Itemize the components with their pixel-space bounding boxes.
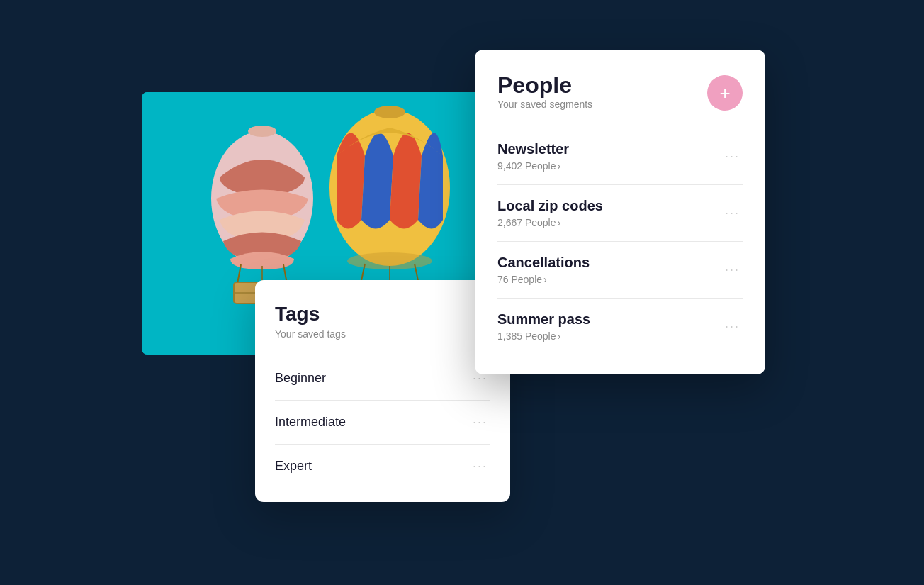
- tag-dots-intermediate[interactable]: ···: [470, 412, 490, 433]
- people-card: People Your saved segments + Newsletter …: [475, 50, 765, 374]
- chevron-local-zip: ›: [558, 217, 561, 228]
- tag-label-expert: Expert: [275, 459, 312, 474]
- segment-name-local-zip: Local zip codes: [497, 198, 722, 214]
- segment-count-summer-pass[interactable]: 1,385 People›: [497, 330, 722, 342]
- segment-name-summer-pass: Summer pass: [497, 311, 722, 328]
- chevron-cancellations: ›: [543, 274, 547, 285]
- tag-label-beginner: Beginner: [275, 371, 326, 386]
- tags-title: Tags: [275, 303, 490, 325]
- chevron-newsletter: ›: [558, 160, 561, 172]
- segment-name-cancellations: Cancellations: [497, 255, 722, 271]
- svg-point-13: [374, 106, 405, 118]
- tag-item-beginner[interactable]: Beginner ···: [275, 357, 490, 401]
- segment-item-newsletter[interactable]: Newsletter 9,402 People› ···: [497, 128, 743, 185]
- people-subtitle: Your saved segments: [497, 99, 592, 110]
- tag-item-intermediate[interactable]: Intermediate ···: [275, 401, 490, 445]
- segment-dots-local-zip[interactable]: ···: [722, 203, 743, 223]
- tag-item-expert[interactable]: Expert ···: [275, 445, 490, 488]
- segment-info-local-zip: Local zip codes 2,667 People›: [497, 198, 722, 228]
- segment-count-local-zip[interactable]: 2,667 People›: [497, 217, 722, 228]
- segment-item-local-zip[interactable]: Local zip codes 2,667 People› ···: [497, 185, 743, 242]
- segment-name-newsletter: Newsletter: [497, 141, 722, 157]
- plus-icon: +: [719, 84, 730, 102]
- tags-subtitle: Your saved tags: [275, 328, 490, 340]
- chevron-summer-pass: ›: [558, 330, 561, 342]
- tag-dots-expert[interactable]: ···: [470, 456, 490, 477]
- segment-count-newsletter[interactable]: 9,402 People›: [497, 160, 722, 172]
- segment-count-cancellations[interactable]: 76 People›: [497, 274, 722, 285]
- add-segment-button[interactable]: +: [707, 75, 743, 111]
- people-card-header: People Your saved segments +: [497, 72, 743, 124]
- segment-dots-cancellations[interactable]: ···: [722, 260, 743, 280]
- people-title: People: [497, 72, 592, 99]
- segment-info-cancellations: Cancellations 76 People›: [497, 255, 722, 285]
- people-title-group: People Your saved segments: [497, 72, 592, 124]
- tags-card: Tags Your saved tags Beginner ··· Interm…: [255, 280, 510, 502]
- segment-info-newsletter: Newsletter 9,402 People›: [497, 141, 722, 172]
- segment-item-cancellations[interactable]: Cancellations 76 People› ···: [497, 242, 743, 299]
- segment-item-summer-pass[interactable]: Summer pass 1,385 People› ···: [497, 299, 743, 355]
- segment-dots-summer-pass[interactable]: ···: [722, 316, 743, 337]
- segment-dots-newsletter[interactable]: ···: [722, 146, 743, 167]
- segment-info-summer-pass: Summer pass 1,385 People›: [497, 311, 722, 342]
- svg-point-3: [248, 126, 276, 137]
- tag-label-intermediate: Intermediate: [275, 415, 346, 430]
